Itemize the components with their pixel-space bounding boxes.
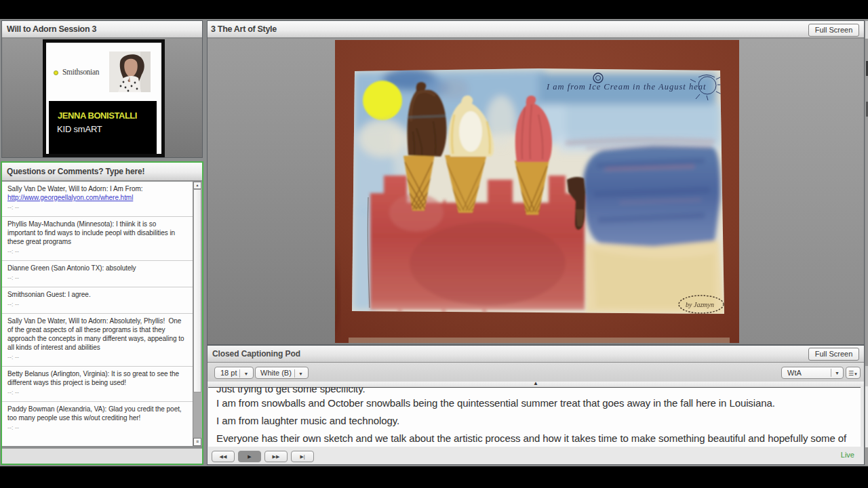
svg-text:I am from Ice Cream in the Aug: I am from Ice Cream in the August heat — [546, 82, 706, 92]
svg-text:by Jazmyn: by Jazmyn — [686, 301, 714, 308]
